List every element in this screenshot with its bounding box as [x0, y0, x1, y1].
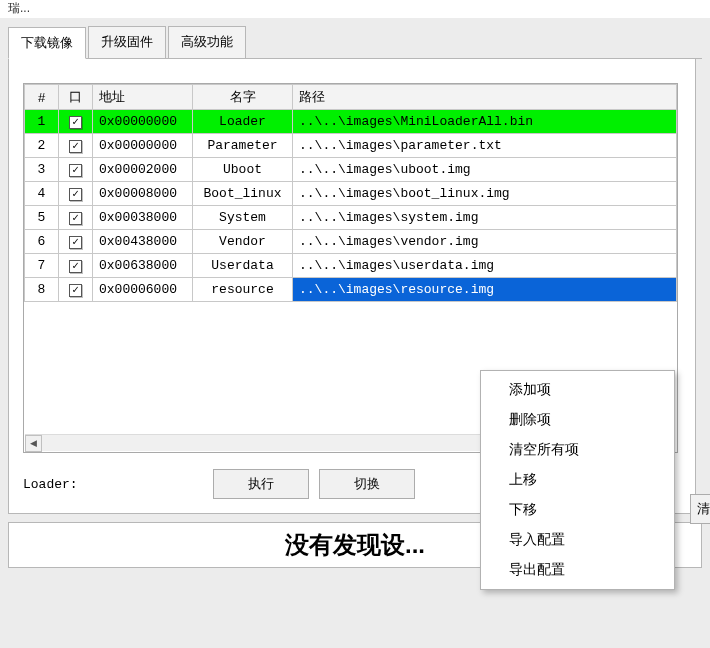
- cell-index: 4: [25, 182, 59, 206]
- clear-button[interactable]: 清空: [690, 494, 710, 524]
- checkbox-icon[interactable]: ✓: [69, 140, 82, 153]
- table-header-row: # 口 地址 名字 路径: [25, 85, 677, 110]
- cell-index: 7: [25, 254, 59, 278]
- checkbox-icon[interactable]: ✓: [69, 260, 82, 273]
- cell-index: 2: [25, 134, 59, 158]
- table-row[interactable]: 8✓0x00006000resource..\..\images\resourc…: [25, 278, 677, 302]
- cell-address[interactable]: 0x00638000: [93, 254, 193, 278]
- cell-path[interactable]: ..\..\images\vendor.img: [293, 230, 677, 254]
- run-button[interactable]: 执行: [213, 469, 309, 499]
- loader-label: Loader:: [23, 477, 203, 492]
- cell-path[interactable]: ..\..\images\system.img: [293, 206, 677, 230]
- context-menu-item-4[interactable]: 下移: [481, 495, 674, 525]
- cell-name[interactable]: Userdata: [193, 254, 293, 278]
- cell-path[interactable]: ..\..\images\userdata.img: [293, 254, 677, 278]
- cell-name[interactable]: Vendor: [193, 230, 293, 254]
- header-path[interactable]: 路径: [293, 85, 677, 110]
- checkbox-icon[interactable]: ✓: [69, 164, 82, 177]
- checkbox-icon[interactable]: ✓: [69, 116, 82, 129]
- cell-address[interactable]: 0x00008000: [93, 182, 193, 206]
- tab-2[interactable]: 高级功能: [168, 26, 246, 58]
- checkbox-icon[interactable]: ✓: [69, 236, 82, 249]
- header-check[interactable]: 口: [59, 85, 93, 110]
- context-menu: 添加项删除项清空所有项上移下移导入配置导出配置: [480, 370, 675, 590]
- cell-index: 3: [25, 158, 59, 182]
- window-titlebar: 瑞...: [0, 0, 710, 18]
- cell-checkbox[interactable]: ✓: [59, 182, 93, 206]
- checkbox-icon[interactable]: ✓: [69, 284, 82, 297]
- status-text: 没有发现设...: [285, 529, 425, 561]
- header-name[interactable]: 名字: [193, 85, 293, 110]
- context-menu-item-0[interactable]: 添加项: [481, 375, 674, 405]
- cell-index: 5: [25, 206, 59, 230]
- cell-address[interactable]: 0x00000000: [93, 110, 193, 134]
- cell-path[interactable]: ..\..\images\boot_linux.img: [293, 182, 677, 206]
- table-row[interactable]: 2✓0x00000000Parameter..\..\images\parame…: [25, 134, 677, 158]
- cell-address[interactable]: 0x00438000: [93, 230, 193, 254]
- cell-path[interactable]: ..\..\images\uboot.img: [293, 158, 677, 182]
- cell-address[interactable]: 0x00006000: [93, 278, 193, 302]
- cell-name[interactable]: resource: [193, 278, 293, 302]
- cell-name[interactable]: Parameter: [193, 134, 293, 158]
- cell-checkbox[interactable]: ✓: [59, 278, 93, 302]
- table-row[interactable]: 7✓0x00638000Userdata..\..\images\userdat…: [25, 254, 677, 278]
- checkbox-icon[interactable]: ✓: [69, 212, 82, 225]
- table-row[interactable]: 5✓0x00038000System..\..\images\system.im…: [25, 206, 677, 230]
- cell-name[interactable]: Boot_linux: [193, 182, 293, 206]
- header-address[interactable]: 地址: [93, 85, 193, 110]
- checkbox-icon[interactable]: ✓: [69, 188, 82, 201]
- cell-address[interactable]: 0x00002000: [93, 158, 193, 182]
- cell-checkbox[interactable]: ✓: [59, 206, 93, 230]
- cell-index: 1: [25, 110, 59, 134]
- cell-checkbox[interactable]: ✓: [59, 254, 93, 278]
- cell-path[interactable]: ..\..\images\resource.img: [293, 278, 677, 302]
- scroll-left-icon[interactable]: ◀: [25, 435, 42, 452]
- cell-index: 6: [25, 230, 59, 254]
- cell-checkbox[interactable]: ✓: [59, 230, 93, 254]
- image-table: # 口 地址 名字 路径 1✓0x00000000Loader..\..\ima…: [24, 84, 677, 302]
- cell-address[interactable]: 0x00000000: [93, 134, 193, 158]
- table-row[interactable]: 1✓0x00000000Loader..\..\images\MiniLoade…: [25, 110, 677, 134]
- context-menu-item-6[interactable]: 导出配置: [481, 555, 674, 585]
- cell-index: 8: [25, 278, 59, 302]
- cell-checkbox[interactable]: ✓: [59, 110, 93, 134]
- cell-address[interactable]: 0x00038000: [93, 206, 193, 230]
- cell-path[interactable]: ..\..\images\MiniLoaderAll.bin: [293, 110, 677, 134]
- tab-1[interactable]: 升级固件: [88, 26, 166, 58]
- switch-button[interactable]: 切换: [319, 469, 415, 499]
- context-menu-item-1[interactable]: 删除项: [481, 405, 674, 435]
- clear-button-label: 清空: [697, 501, 710, 524]
- cell-checkbox[interactable]: ✓: [59, 158, 93, 182]
- window-title: 瑞...: [8, 1, 30, 15]
- table-row[interactable]: 3✓0x00002000Uboot..\..\images\uboot.img: [25, 158, 677, 182]
- cell-name[interactable]: Loader: [193, 110, 293, 134]
- context-menu-item-5[interactable]: 导入配置: [481, 525, 674, 555]
- cell-path[interactable]: ..\..\images\parameter.txt: [293, 134, 677, 158]
- cell-checkbox[interactable]: ✓: [59, 134, 93, 158]
- table-row[interactable]: 4✓0x00008000Boot_linux..\..\images\boot_…: [25, 182, 677, 206]
- tab-0[interactable]: 下载镜像: [8, 27, 86, 59]
- cell-name[interactable]: System: [193, 206, 293, 230]
- table-row[interactable]: 6✓0x00438000Vendor..\..\images\vendor.im…: [25, 230, 677, 254]
- header-index[interactable]: #: [25, 85, 59, 110]
- context-menu-item-2[interactable]: 清空所有项: [481, 435, 674, 465]
- cell-name[interactable]: Uboot: [193, 158, 293, 182]
- context-menu-item-3[interactable]: 上移: [481, 465, 674, 495]
- tab-strip: 下载镜像升级固件高级功能: [8, 26, 702, 59]
